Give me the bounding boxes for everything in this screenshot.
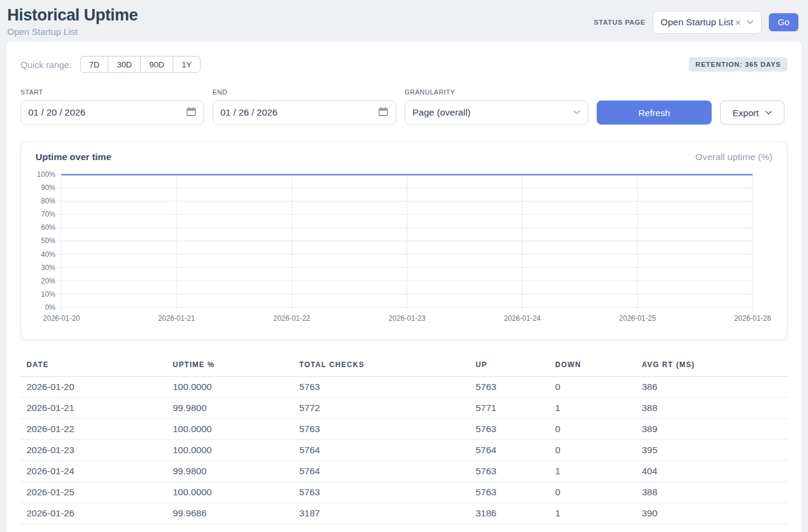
start-date-value: 01 / 20 / 2026 — [28, 107, 85, 118]
table-cell: 2026-01-24 — [20, 461, 167, 482]
granularity-select[interactable]: Page (overall) — [405, 101, 588, 125]
quick-range-row: Quick range: 7D30D90D1Y RETENTION: 365 D… — [20, 56, 788, 73]
table-cell: 1 — [549, 503, 636, 524]
main-panel: Quick range: 7D30D90D1Y RETENTION: 365 D… — [6, 42, 802, 532]
table-cell: 5771 — [470, 398, 549, 419]
svg-text:20%: 20% — [41, 277, 55, 285]
table-cell: 5763 — [470, 482, 549, 503]
table-cell: 99.9686 — [167, 503, 293, 524]
table-cell: 2026-01-20 — [20, 377, 167, 398]
quick-range-90d[interactable]: 90D — [140, 56, 173, 73]
end-date-input[interactable]: 01 / 26 / 2026 — [213, 101, 396, 125]
table-cell: 5764 — [293, 461, 470, 482]
svg-text:2026-01-26: 2026-01-26 — [734, 314, 771, 323]
column-header: DATE — [20, 354, 167, 377]
svg-text:50%: 50% — [41, 237, 55, 246]
column-header: UP — [470, 354, 549, 377]
table-cell: 5763 — [293, 419, 470, 440]
table-cell: 2026-01-25 — [20, 482, 167, 503]
table-cell: 2026-01-22 — [20, 419, 167, 440]
svg-text:90%: 90% — [41, 184, 55, 192]
page-header: Historical Uptime Open Startup List STAT… — [0, 0, 808, 42]
svg-text:2026-01-24: 2026-01-24 — [504, 314, 541, 323]
table-cell: 2026-01-21 — [20, 398, 167, 419]
column-header: UPTIME % — [167, 354, 293, 377]
table-header-row: DATEUPTIME %TOTAL CHECKSUPDOWNAVG RT (MS… — [20, 354, 788, 377]
svg-text:2026-01-21: 2026-01-21 — [158, 314, 196, 323]
table-cell: 1 — [549, 398, 636, 419]
uptime-table: DATEUPTIME %TOTAL CHECKSUPDOWNAVG RT (MS… — [20, 354, 788, 524]
chevron-down-icon — [573, 110, 580, 115]
granularity-label: GRANULARITY — [405, 88, 588, 96]
clear-selection-icon[interactable]: × — [735, 17, 741, 28]
svg-text:60%: 60% — [41, 223, 55, 232]
export-button-label: Export — [733, 108, 759, 118]
calendar-icon[interactable] — [378, 107, 388, 119]
quick-range-label: Quick range: — [20, 60, 72, 70]
column-header: DOWN — [549, 354, 636, 377]
filter-controls-row: START 01 / 20 / 2026 END 01 / 26 / 2026 … — [20, 88, 788, 125]
start-date-label: START — [20, 88, 204, 96]
table-cell: 2026-01-26 — [20, 503, 167, 524]
svg-text:80%: 80% — [41, 197, 55, 205]
quick-range-1y[interactable]: 1Y — [173, 56, 201, 73]
start-date-input[interactable]: 01 / 20 / 2026 — [20, 101, 204, 125]
chart-title: Uptime over time — [36, 152, 111, 162]
status-page-select[interactable]: Open Startup List × — [653, 11, 762, 34]
chevron-down-icon — [765, 111, 772, 115]
svg-text:0%: 0% — [45, 303, 56, 312]
table-cell: 390 — [636, 503, 788, 524]
svg-text:2026-01-20: 2026-01-20 — [43, 314, 80, 323]
export-button[interactable]: Export — [720, 101, 785, 125]
uptime-line-chart: 0%10%20%30%40%50%60%70%80%90%100%2026-01… — [36, 167, 772, 326]
table-cell: 0 — [549, 440, 636, 461]
quick-range-7d[interactable]: 7D — [80, 56, 108, 73]
table-cell: 5763 — [470, 419, 549, 440]
table-cell: 386 — [636, 377, 788, 398]
table-row: 2026-01-22100.0000576357630389 — [20, 419, 788, 440]
table-cell: 100.0000 — [167, 419, 293, 440]
table-row: 2026-01-2199.9800577257711388 — [20, 398, 788, 419]
svg-text:2026-01-25: 2026-01-25 — [619, 314, 656, 323]
svg-text:40%: 40% — [41, 250, 55, 259]
table-cell: 388 — [636, 482, 788, 503]
table-row: 2026-01-23100.0000576457640395 — [20, 440, 788, 461]
svg-text:70%: 70% — [41, 210, 55, 218]
chevron-down-icon — [747, 20, 754, 25]
page-title: Historical Uptime — [7, 6, 138, 25]
svg-text:2026-01-22: 2026-01-22 — [273, 314, 311, 323]
table-cell: 0 — [549, 419, 636, 440]
svg-text:100%: 100% — [37, 170, 55, 179]
table-cell: 5763 — [470, 461, 549, 482]
table-row: 2026-01-2499.9800576457631404 — [20, 461, 788, 482]
column-header: TOTAL CHECKS — [293, 354, 470, 377]
granularity-selected-value: Page (overall) — [412, 107, 471, 118]
table-cell: 0 — [549, 482, 636, 503]
status-page-controls: STATUS PAGE Open Startup List × Go — [594, 11, 798, 34]
table-cell: 395 — [636, 440, 788, 461]
chart-legend: Overall uptime (%) — [695, 152, 772, 162]
table-cell: 389 — [636, 419, 788, 440]
table-cell: 2026-01-23 — [20, 440, 167, 461]
svg-text:10%: 10% — [41, 290, 55, 298]
end-date-label: END — [213, 88, 396, 96]
chart-header: Uptime over time Overall uptime (%) — [36, 152, 772, 162]
table-cell: 5764 — [470, 440, 549, 461]
status-page-label: STATUS PAGE — [594, 19, 645, 26]
go-button[interactable]: Go — [769, 13, 798, 31]
svg-text:30%: 30% — [41, 264, 55, 272]
table-cell: 99.9800 — [167, 461, 293, 482]
table-row: 2026-01-20100.0000576357630386 — [20, 377, 788, 398]
end-date-field: END 01 / 26 / 2026 — [213, 88, 396, 125]
table-cell: 3186 — [470, 503, 549, 524]
table-cell: 0 — [549, 377, 636, 398]
start-date-field: START 01 / 20 / 2026 — [20, 88, 204, 125]
column-header: AVG RT (MS) — [636, 354, 788, 377]
table-cell: 404 — [636, 461, 788, 482]
calendar-icon[interactable] — [186, 107, 196, 119]
page-subtitle: Open Startup List — [7, 26, 138, 37]
table-cell: 5763 — [293, 377, 470, 398]
refresh-button[interactable]: Refresh — [597, 101, 712, 125]
quick-range-30d[interactable]: 30D — [108, 56, 141, 73]
table-cell: 100.0000 — [167, 440, 293, 461]
